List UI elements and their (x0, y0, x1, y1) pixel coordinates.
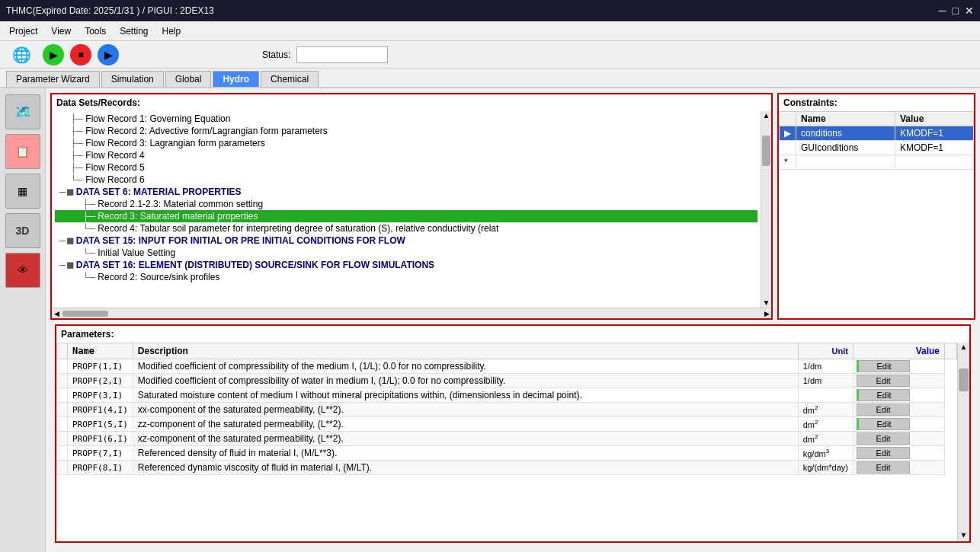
menu-view[interactable]: View (45, 24, 77, 38)
th-value: Value (895, 112, 974, 126)
constraints-panel: Constraints: Name Value ▶ conditions (777, 93, 975, 320)
edit-button[interactable]: Edit (857, 432, 910, 445)
scroll-down[interactable]: ▼ (761, 298, 771, 308)
params-scroll-up[interactable]: ▲ (958, 343, 969, 353)
tab-chemical[interactable]: Chemical (261, 71, 319, 87)
constraint-value-new[interactable] (895, 155, 974, 170)
sidebar-icon-3d[interactable]: 3D (5, 213, 40, 248)
param-row[interactable]: PROPF(2,I)Modified coefficient of compre… (57, 374, 957, 388)
menu-tools[interactable]: Tools (78, 24, 112, 38)
params-scroll-thumb[interactable] (959, 369, 969, 391)
maximize-button[interactable]: □ (953, 5, 959, 17)
edit-button[interactable]: Edit (857, 360, 910, 372)
layers-icon: 📋 (16, 145, 29, 158)
list-item[interactable]: └─ Record 2: Source/sink profiles (55, 271, 757, 283)
list-item-saturated[interactable]: ├─ Record 3: Saturated material properti… (55, 210, 757, 222)
list-item[interactable]: ├─ Flow Record 5 (55, 161, 757, 174)
scroll-left[interactable]: ◀ (52, 310, 61, 317)
datasets-hscrollbar[interactable]: ◀ ▶ (52, 308, 771, 318)
param-row[interactable]: PROPF1(6,I)xz-component of the saturated… (57, 432, 957, 446)
stop-button[interactable]: ■ (70, 44, 91, 65)
edit-button[interactable]: Edit (857, 418, 910, 430)
row-indicator (57, 403, 68, 417)
param-row[interactable]: PROPF(3,I)Saturated moisture content of … (57, 388, 957, 403)
param-name-cell: PROPF(8,I) (68, 461, 133, 475)
list-item[interactable]: ─◼ DATA SET 6: MATERIAL PROPERTIES (55, 186, 757, 198)
parameters-panel: Parameters: Name Description Unit Value (55, 324, 971, 543)
row-indicator (57, 461, 68, 475)
param-desc-cell: Modified coefficient of compressibility … (133, 359, 798, 374)
forward-button[interactable]: ▶ (98, 44, 119, 65)
param-row[interactable]: PROPF1(5,I)zz-component of the saturated… (57, 417, 957, 432)
param-row[interactable]: PROPF(7,I)Referenced density of fluid in… (57, 446, 957, 461)
params-table-container[interactable]: Name Description Unit Value PROPF(1,I)Mo… (56, 343, 969, 541)
constraint-value[interactable]: KMODF=1 (895, 141, 974, 155)
hscroll-thumb[interactable] (62, 311, 108, 317)
tab-hydro[interactable]: Hydro (213, 71, 259, 87)
menu-project[interactable]: Project (3, 24, 43, 38)
param-row[interactable]: PROPF1(4,I)xx-component of the saturated… (57, 403, 957, 417)
list-item[interactable]: ─◼ DATA SET 16: ELEMENT (DISTRIBUTED) SO… (55, 259, 757, 271)
list-item[interactable]: └─ Flow Record 6 (55, 174, 757, 186)
param-row[interactable]: PROPF(8,I)Referenced dynamic viscosity o… (57, 461, 957, 475)
edit-button[interactable]: Edit (857, 404, 910, 416)
row-indicator (57, 417, 68, 432)
datasets-scrollbar[interactable]: ▲ ▼ (761, 111, 771, 308)
parameters-section: Parameters: Name Description Unit Value (46, 324, 980, 552)
minimize-button[interactable]: ─ (939, 5, 946, 17)
scroll-up[interactable]: ▲ (761, 111, 771, 120)
param-name-cell: PROPF(3,I) (68, 388, 133, 403)
constraint-name[interactable]: GUIconditions (796, 141, 895, 155)
menu-setting[interactable]: Setting (114, 24, 154, 38)
param-name-cell: PROPF1(4,I) (68, 403, 133, 417)
grid-icon: ▦ (18, 185, 27, 197)
tab-parameter-wizard[interactable]: Parameter Wizard (6, 71, 100, 87)
datasets-panel: Data Sets/Records: ├─ Flow Record 1: Gov… (50, 93, 773, 320)
edit-button[interactable]: Edit (857, 375, 910, 387)
row-indicator (57, 432, 68, 446)
tab-global[interactable]: Global (165, 71, 212, 87)
edit-button[interactable]: Edit (857, 447, 910, 459)
param-desc-cell: Saturated moisture content of medium I w… (133, 388, 798, 403)
constraint-row[interactable]: GUIconditions KMODF=1 (780, 141, 974, 155)
main-layout: 🗺️ 📋 ▦ 3D 👁 Data Sets/Records: ├─ Flow R… (0, 88, 980, 552)
th-param-name: Name (68, 343, 133, 359)
constraint-row-new[interactable]: * (780, 155, 974, 170)
row-star: * (780, 155, 796, 170)
scroll-right[interactable]: ▶ (762, 310, 771, 317)
params-scrollbar[interactable]: ▲ ▼ (957, 343, 969, 541)
list-item[interactable]: ─◼ DATA SET 15: INPUT FOR INITIAL OR PRE… (55, 235, 757, 247)
sidebar-icon-map[interactable]: 🗺️ (5, 94, 40, 129)
param-unit-cell: 1/dm (798, 374, 853, 388)
list-item[interactable]: ├─ Flow Record 4 (55, 149, 757, 161)
close-button[interactable]: ✕ (965, 5, 974, 17)
status-input[interactable] (296, 46, 388, 63)
constraint-value[interactable]: KMODF=1 (895, 126, 974, 141)
list-item[interactable]: ├─ Flow Record 2: Advective form/Lagrang… (55, 125, 757, 137)
edit-button[interactable]: Edit (857, 389, 910, 401)
sidebar-icon-eye[interactable]: 👁 (5, 253, 40, 288)
list-item[interactable]: ├─ Record 2.1-2.3: Material common setti… (55, 198, 757, 210)
menu-help[interactable]: Help (156, 24, 187, 38)
list-item[interactable]: ├─ Flow Record 1: Governing Equation (55, 113, 757, 125)
row-indicator (57, 446, 68, 461)
play-button[interactable]: ▶ (43, 44, 64, 65)
scroll-thumb[interactable] (762, 136, 770, 166)
edit-button[interactable]: Edit (857, 461, 910, 474)
param-row[interactable]: PROPF(1,I)Modified coefficient of compre… (57, 359, 957, 374)
sidebar-icon-layers[interactable]: 📋 (5, 134, 40, 169)
row-selector (780, 141, 796, 155)
list-item[interactable]: ├─ Flow Record 3: Lagrangian form parame… (55, 137, 757, 149)
tab-simulation[interactable]: Simulation (101, 71, 164, 87)
list-item[interactable]: └─ Initial Value Setting (55, 247, 757, 259)
sidebar-icon-grid[interactable]: ▦ (5, 174, 40, 209)
datasets-list[interactable]: ├─ Flow Record 1: Governing Equation ├─ … (52, 111, 761, 308)
constraint-row[interactable]: ▶ conditions KMODF=1 (780, 126, 974, 141)
constraint-name[interactable]: conditions (796, 126, 895, 141)
constraint-name-new[interactable] (796, 155, 895, 170)
datasets-title: Data Sets/Records: (52, 94, 771, 111)
params-scroll-down[interactable]: ▼ (958, 531, 969, 541)
param-unit-cell: 1/dm (798, 359, 853, 374)
param-value-cell: Edit (853, 417, 945, 432)
list-item[interactable]: └─ Record 4: Tabular soil parameter for … (55, 222, 757, 235)
